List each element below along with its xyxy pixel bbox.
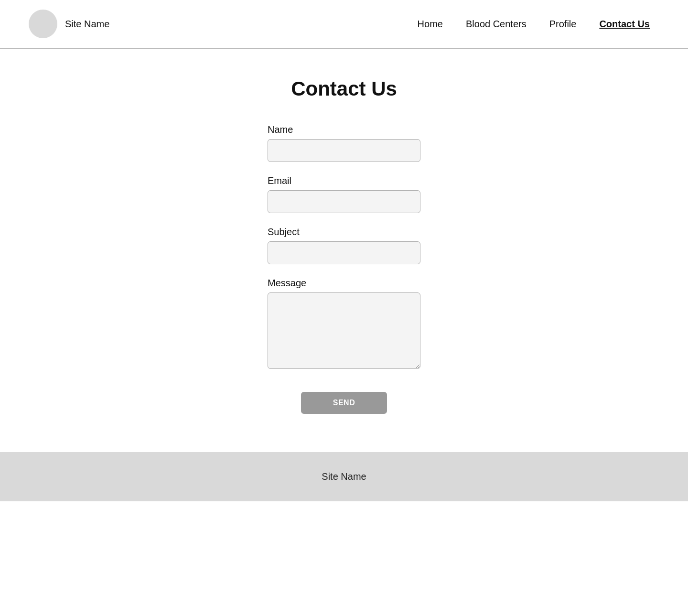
name-field-group: Name	[268, 124, 420, 162]
nav-item-blood-centers[interactable]: Blood Centers	[456, 15, 536, 33]
site-footer: Site Name	[0, 452, 688, 501]
nav-item-home[interactable]: Home	[408, 15, 452, 33]
nav-item-contact-us[interactable]: Contact Us	[590, 15, 659, 33]
subject-label: Subject	[268, 227, 420, 238]
header-left: Site Name	[29, 10, 109, 38]
email-input[interactable]	[268, 190, 420, 213]
logo-icon	[29, 10, 57, 38]
site-name: Site Name	[65, 19, 109, 30]
nav-item-profile[interactable]: Profile	[540, 15, 586, 33]
page-title: Contact Us	[291, 77, 397, 100]
message-field-group: Message	[268, 278, 420, 369]
site-header: Site Name Home Blood Centers Profile Con…	[0, 0, 688, 49]
message-label: Message	[268, 278, 420, 289]
email-field-group: Email	[268, 175, 420, 213]
subject-input[interactable]	[268, 241, 420, 264]
contact-form: Name Email Subject Message Send	[268, 124, 420, 414]
footer-site-name: Site Name	[322, 471, 366, 482]
main-content: Contact Us Name Email Subject Message Se…	[0, 49, 688, 452]
name-input[interactable]	[268, 139, 420, 162]
send-button-wrapper: Send	[268, 392, 420, 414]
main-nav: Home Blood Centers Profile Contact Us	[408, 15, 659, 33]
message-input[interactable]	[268, 292, 420, 369]
send-button[interactable]: Send	[301, 392, 387, 414]
email-label: Email	[268, 175, 420, 186]
subject-field-group: Subject	[268, 227, 420, 264]
name-label: Name	[268, 124, 420, 135]
